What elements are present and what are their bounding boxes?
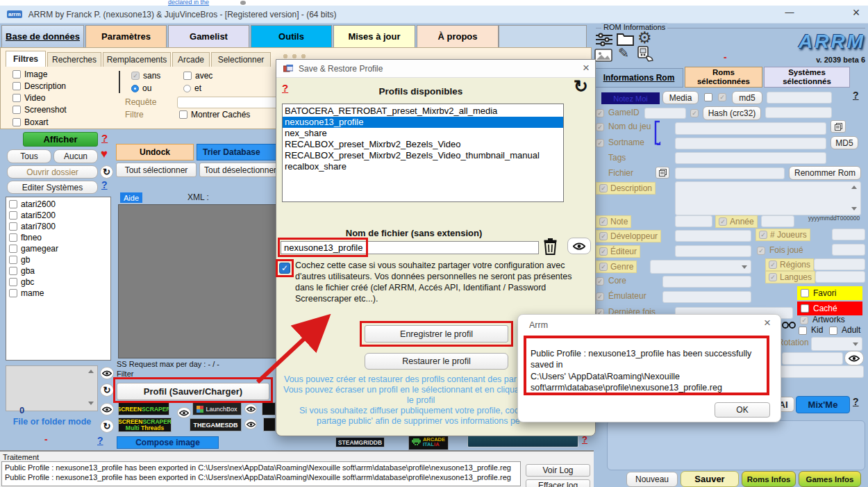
profile-item[interactable]: BATOCERA_RETROBAT_preset_Mixrbv2_all_med… bbox=[283, 106, 563, 117]
renommer-rom-button[interactable]: Renommer Rom bbox=[789, 166, 861, 180]
scroll-down-icon[interactable] bbox=[88, 402, 94, 405]
compose-image-button[interactable]: Compose image bbox=[117, 436, 219, 449]
md5-small-button[interactable]: md5 bbox=[732, 91, 762, 104]
system-item[interactable]: gb bbox=[8, 254, 109, 265]
hash-button[interactable]: Hash (crc32) bbox=[703, 106, 761, 120]
tous-button[interactable]: Tous bbox=[7, 149, 51, 163]
profile-item[interactable]: RECALBOX_preset_Mixrbv2_Bezels_Video bbox=[283, 139, 563, 150]
minimize-button[interactable]: — bbox=[781, 7, 798, 22]
md5-input[interactable] bbox=[767, 92, 832, 104]
log-box[interactable]: Public Profile : nexusone13_profile has … bbox=[1, 461, 521, 486]
checkbox[interactable] bbox=[9, 245, 17, 253]
system-item[interactable]: gba bbox=[8, 265, 109, 276]
system-item[interactable]: mame bbox=[8, 288, 109, 299]
checkbox[interactable] bbox=[9, 256, 17, 264]
scraper-button[interactable] bbox=[262, 402, 276, 415]
gamepad-icon[interactable] bbox=[635, 46, 654, 62]
copy-file-button[interactable] bbox=[656, 167, 669, 179]
adult-checkbox[interactable] bbox=[829, 327, 837, 335]
radio[interactable] bbox=[183, 85, 191, 92]
rom-help[interactable]: ? bbox=[853, 90, 859, 101]
steamgriddb-button[interactable]: STEAMGRIDDB bbox=[335, 437, 385, 447]
hash-input[interactable] bbox=[765, 107, 832, 118]
filename-input[interactable]: nexusone13_profile bbox=[281, 241, 539, 254]
mixme-button[interactable]: Mix'Me bbox=[796, 396, 850, 413]
restaurer-button[interactable]: Restaurer le profil bbox=[365, 353, 508, 370]
tout-selectionner-button[interactable]: Tout sélectionner bbox=[116, 163, 197, 177]
sauver-button[interactable]: Sauver bbox=[681, 471, 739, 487]
voir-log-button[interactable]: Voir Log bbox=[526, 464, 590, 477]
tab-base-de-donnees[interactable]: Base de données bbox=[1, 25, 84, 47]
tab-outils[interactable]: Outils bbox=[251, 25, 332, 47]
cache-toggle[interactable]: Caché bbox=[797, 302, 862, 315]
copy-name-button[interactable] bbox=[831, 120, 846, 133]
favori-toggle[interactable]: Favori bbox=[797, 286, 862, 300]
checkbox[interactable] bbox=[704, 93, 712, 101]
systems-listbox[interactable]: atari2600 atari5200 atari7800 fbneo game… bbox=[6, 197, 111, 361]
profile-item[interactable]: RECALBOX_preset_Mixrbv2_Bezels_Video_thu… bbox=[283, 150, 563, 161]
eye-icon[interactable] bbox=[244, 404, 257, 414]
checkbox[interactable] bbox=[12, 118, 21, 126]
et-radio[interactable]: et bbox=[182, 83, 203, 94]
roms-infos-button[interactable]: Roms Infos bbox=[742, 471, 796, 487]
genre-select[interactable] bbox=[650, 260, 751, 274]
share-checkbox[interactable]: ✓ bbox=[279, 263, 290, 274]
checkbox[interactable] bbox=[9, 233, 17, 242]
tab-gamelist[interactable]: Gamelist bbox=[168, 25, 249, 47]
screenscraper-multi-button[interactable]: SCREENSCRAPER Multi Threads bbox=[118, 418, 172, 432]
editer-systemes-button[interactable]: Editer Systèmes bbox=[7, 181, 98, 194]
afficher-button[interactable]: Afficher bbox=[23, 132, 98, 147]
note-input[interactable] bbox=[675, 215, 712, 227]
emulateur-input[interactable] bbox=[662, 291, 751, 303]
enregistrer-button[interactable]: Enregistrer le profil bbox=[365, 325, 508, 342]
eye-icon[interactable] bbox=[244, 419, 257, 429]
image-icon[interactable] bbox=[594, 49, 612, 62]
nom-du-jeu-input[interactable] bbox=[675, 122, 826, 135]
checkbox[interactable] bbox=[9, 200, 17, 208]
gameid-input[interactable] bbox=[644, 108, 686, 119]
bottom-help[interactable]: ? bbox=[97, 435, 103, 446]
profile-item[interactable]: nex_share bbox=[283, 128, 563, 139]
sliders-icon[interactable] bbox=[596, 33, 612, 47]
dialog-eye-icon[interactable] bbox=[567, 238, 591, 254]
ou-radio[interactable]: ou bbox=[130, 83, 153, 94]
profile-item-selected[interactable]: nexusone13_profile bbox=[283, 117, 563, 128]
nouveau-button[interactable]: Nouveau bbox=[626, 472, 678, 487]
checkbox[interactable] bbox=[12, 106, 21, 114]
scroll-up-icon[interactable] bbox=[88, 370, 94, 373]
extra-input[interactable] bbox=[782, 352, 843, 365]
sans-checkbox[interactable]: sans bbox=[130, 70, 162, 81]
screenscraper-button[interactable]: SCREENSCRAPER bbox=[118, 402, 169, 415]
eye-icon[interactable] bbox=[177, 407, 191, 418]
mixme-help[interactable]: ? bbox=[853, 396, 859, 407]
checkbox[interactable] bbox=[9, 289, 17, 297]
description-textarea[interactable] bbox=[675, 181, 861, 215]
favorites-heart-icon[interactable] bbox=[101, 147, 108, 161]
folder-icon[interactable] bbox=[617, 31, 634, 46]
tab-systemes-selectionnes[interactable]: Systèmes sélectionnés bbox=[764, 67, 850, 88]
sortname-input[interactable] bbox=[675, 138, 826, 149]
edit-icon[interactable]: ✎ bbox=[618, 45, 629, 61]
langues-input[interactable] bbox=[815, 271, 865, 283]
ok-button[interactable]: OK bbox=[715, 402, 770, 418]
gear-icon[interactable]: ⚙ bbox=[637, 28, 652, 47]
launchbox-button[interactable]: LaunchBox bbox=[192, 402, 242, 415]
dialog-refresh-icon[interactable] bbox=[574, 76, 588, 97]
subtab-arcade[interactable]: Arcade bbox=[172, 52, 210, 67]
montrer-caches-checkbox[interactable]: Montrer Cachés bbox=[178, 109, 251, 120]
games-infos-button[interactable]: Games Infos bbox=[799, 471, 861, 487]
undock-button[interactable]: Undock bbox=[116, 144, 194, 160]
fichier-input[interactable] bbox=[675, 167, 785, 179]
filter-option-screenshot[interactable]: Screenshot bbox=[11, 104, 68, 115]
system-item[interactable]: atari5200 bbox=[8, 210, 109, 221]
checkbox[interactable] bbox=[801, 289, 809, 297]
kid-checkbox[interactable] bbox=[799, 327, 807, 335]
radio[interactable] bbox=[131, 85, 139, 92]
subtab-selectionner[interactable]: Selectionner bbox=[211, 52, 271, 67]
scroll-down-icon[interactable] bbox=[851, 207, 857, 211]
fois-joue-input[interactable] bbox=[832, 244, 865, 256]
afficher-help[interactable]: ? bbox=[101, 132, 108, 144]
avec-checkbox[interactable]: avec bbox=[182, 70, 214, 81]
checkbox[interactable] bbox=[12, 70, 21, 79]
dialog-close-button[interactable]: × bbox=[583, 61, 590, 75]
